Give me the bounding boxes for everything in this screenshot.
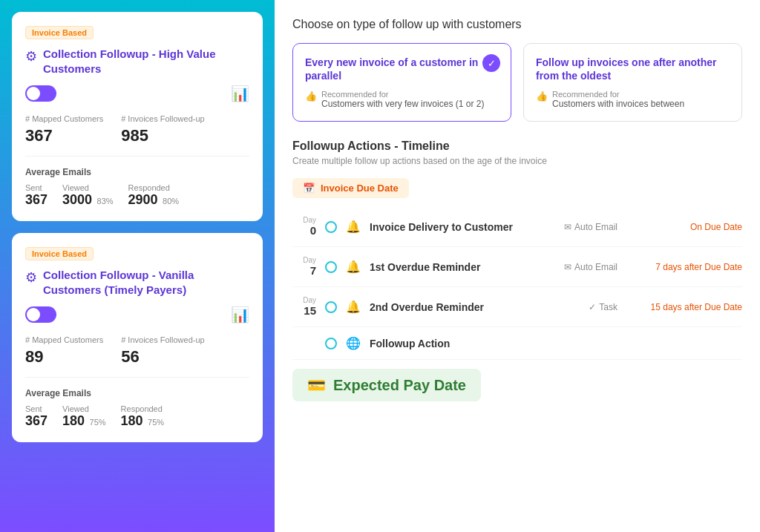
type1-recommended-label: Recommended for [321,90,484,99]
action-type: ✉Auto Email [564,222,618,232]
share-icon: ⚙ [25,48,37,65]
share-icon-2: ⚙ [25,269,37,286]
date-badge-invoice: 📅 Invoice Due Date [292,178,409,198]
followup-type-heading: Choose on type of follow up with custome… [292,18,742,31]
action-type: ✓Task [589,302,618,312]
invoices-label-2: # Invoices Followed-up [121,335,205,344]
action-type: ✉Auto Email [564,262,618,272]
day-label: Day15 [292,296,316,318]
viewed-pct-2: 75% [90,418,106,427]
responded-value-1: 2900 [128,192,158,207]
type2-recommended-desc: Customers with invoices between [552,99,684,109]
action-timing: On Due Date [638,222,742,232]
type2-recommended: Recommended for Customers with invoices … [552,90,684,109]
day-num: 7 [310,264,316,277]
expected-pay-badge: 💳 Expected Pay Date [292,369,481,401]
thumb-icon-2: 👍 [536,91,548,102]
day-num: 15 [304,304,316,317]
viewed-pct-1: 83% [97,197,114,206]
timeline-sub: Create multiple follow up actions based … [292,156,742,166]
action-type-label: Auto Email [574,222,618,232]
day-label: Day7 [292,256,316,278]
viewed-label-2: Viewed [62,404,106,413]
action-type-label: Auto Email [574,262,618,272]
card1-toggle[interactable] [25,85,56,102]
type1-recommended-row: 👍 Recommended for Customers with very fe… [305,90,499,109]
timeline-item: Day15🔔2nd Overdue Reminder✓Task15 days a… [292,287,742,327]
badge-invoice-1: Invoice Based [25,26,94,39]
card-high-value: Invoice Based ⚙ Collection Followup - Hi… [12,12,263,221]
timeline-dot [325,261,337,273]
day-word: Day [292,216,316,224]
type2-title: Follow up invoices one after another fro… [536,56,730,82]
timeline-title: Followup Actions - Timeline [292,139,742,153]
viewed-label-1: Viewed [62,183,114,192]
globe-icon: 🌐 [346,336,361,350]
email-stats-row-2: Sent 367 Viewed 180 75% Responded 180 75… [25,404,249,429]
action-timing: 15 days after Due Date [638,302,742,312]
left-panel: Invoice Based ⚙ Collection Followup - Hi… [0,0,275,532]
action-name: Invoice Delivery to Customer [370,221,555,233]
sent-label-1: Sent [25,183,48,192]
stat-mapped-customers-2: # Mapped Customers 89 [25,335,103,367]
action-type-icon: ✉ [564,222,571,232]
sent-stat-2: Sent 367 [25,404,48,429]
invoice-due-date-badge: 📅 Invoice Due Date [292,178,742,207]
day-num: 0 [310,224,316,237]
followup-type-card-1[interactable]: ✓ Every new invoice of a customer in par… [292,43,511,122]
type1-recommended: Recommended for Customers with very few … [321,90,484,109]
responded-stat-2: Responded 180 75% [121,404,165,429]
stat-invoices-2: # Invoices Followed-up 56 [121,335,205,367]
day-word: Day [292,296,316,304]
viewed-value-2: 180 [62,413,85,428]
sent-label-2: Sent [25,404,48,413]
mapped-label-1: # Mapped Customers [25,114,103,123]
expected-pay-label: Expected Pay Date [333,377,466,394]
timeline-list: Day0🔔Invoice Delivery to Customer✉Auto E… [292,207,742,360]
type1-title: Every new invoice of a customer in paral… [305,56,499,82]
check-icon: ✓ [482,54,500,72]
timeline-item: Day7🔔1st Overdue Reminder✉Auto Email7 da… [292,247,742,287]
bell-icon: 🔔 [346,300,361,314]
calendar-icon: 📅 [303,183,315,194]
followup-type-row: ✓ Every new invoice of a customer in par… [292,43,742,122]
action-type-icon: ✉ [564,262,571,272]
responded-label-1: Responded [128,183,180,192]
type2-recommended-label: Recommended for [552,90,684,99]
avg-emails-label-1: Average Emails [25,167,249,177]
invoice-due-date-label: Invoice Due Date [321,183,399,194]
responded-value-2: 180 [121,413,143,428]
stat-invoices-1: # Invoices Followed-up 985 [121,114,205,145]
badge-invoice-2: Invoice Based [25,247,94,260]
mapped-value-1: 367 [25,126,103,145]
bell-icon: 🔔 [346,260,361,274]
card1-stats-row: # Mapped Customers 367 # Invoices Follow… [25,114,249,157]
bell-icon: 🔔 [346,220,361,234]
sent-value-1: 367 [25,192,48,207]
viewed-value-1: 3000 [62,192,92,207]
card-vanilla: Invoice Based ⚙ Collection Followup - Va… [12,233,263,442]
viewed-stat-2: Viewed 180 75% [62,404,106,429]
day-label: Day0 [292,216,316,237]
timeline-dot [325,221,337,233]
card2-toggle-row: 📊 [25,306,249,324]
sent-value-2: 367 [25,413,48,428]
action-name: 2nd Overdue Reminder [370,301,580,313]
mapped-value-2: 89 [25,347,103,367]
card2-title: Collection Followup - Vanilla Customers … [43,268,249,297]
invoices-value-1: 985 [121,126,205,145]
card1-toggle-row: 📊 [25,85,249,102]
responded-label-2: Responded [121,404,165,413]
timeline-item: Day0🔔Invoice Delivery to Customer✉Auto E… [292,207,742,247]
card-icon-green: 💳 [307,376,326,394]
right-panel: Choose on type of follow up with custome… [275,0,760,532]
type1-recommended-desc: Customers with very few invoices (1 or 2… [321,99,484,109]
responded-stat-1: Responded 2900 80% [128,183,180,208]
card1-title: Collection Followup - High Value Custome… [43,47,249,76]
action-name: 1st Overdue Reminder [370,261,555,273]
card2-toggle[interactable] [25,306,56,323]
invoices-label-1: # Invoices Followed-up [121,114,205,123]
avg-emails-label-2: Average Emails [25,388,249,398]
mapped-label-2: # Mapped Customers [25,335,103,344]
followup-type-card-2[interactable]: Follow up invoices one after another fro… [523,43,742,122]
